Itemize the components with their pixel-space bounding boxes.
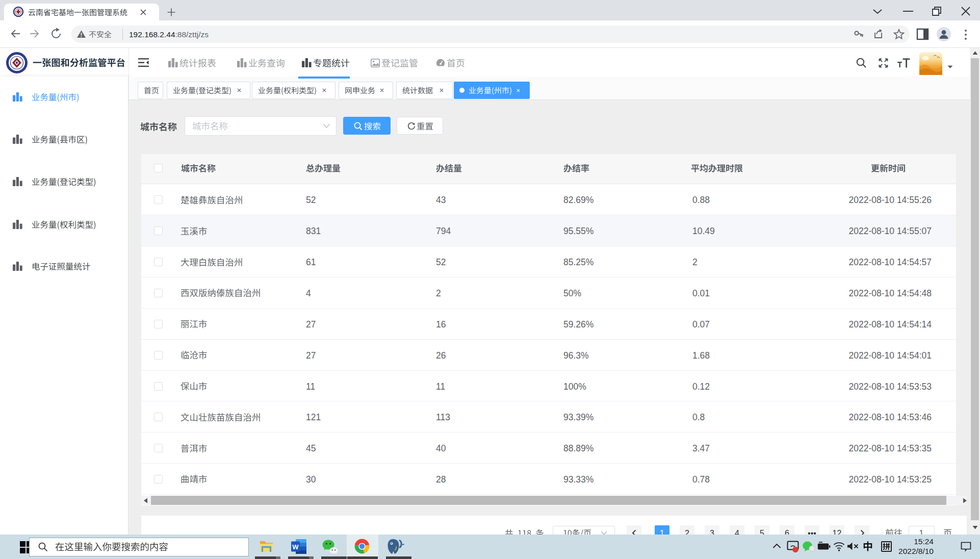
svg-text:W: W [292,543,299,551]
